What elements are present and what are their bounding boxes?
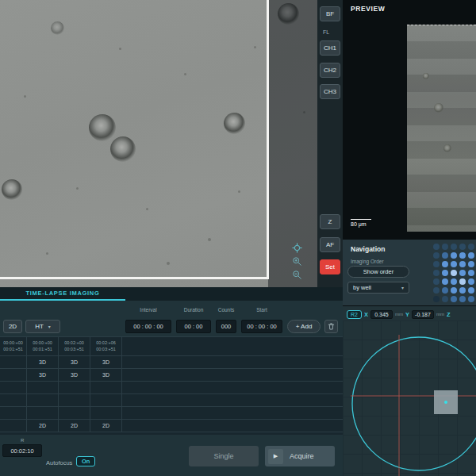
target-position-icon[interactable] [292,243,302,253]
well-dot[interactable] [459,244,466,250]
table-cell[interactable]: 2D [90,420,122,432]
region-badge[interactable]: R2 [347,310,362,319]
preview-image[interactable] [407,25,476,232]
live-image-area[interactable] [0,0,343,287]
add-button[interactable]: + Add [287,320,321,333]
table-cell[interactable]: 3D [59,356,90,369]
order-mode-select[interactable]: by well ▾ [347,282,409,294]
zoom-out-icon[interactable] [292,270,302,280]
mode-2d-button[interactable]: 2D [3,320,22,333]
timelapse-footer: R 00:02:10 Autofocus On Single ▶ Acquire [0,435,343,476]
well-dot[interactable] [468,261,474,267]
table-cell[interactable] [0,369,27,382]
y-value-field[interactable]: -0.187 [412,310,434,319]
table-cell-filler [122,356,343,369]
well-dot[interactable] [459,287,466,294]
autofocus-toggle[interactable]: On [76,456,95,466]
mode-select-value: HT [35,323,44,330]
table-cell[interactable] [27,407,59,420]
timelapse-table: 00:00:+0000:01:+5100:00:+0000:01:+5100:0… [0,336,343,435]
well-dot[interactable] [433,287,440,294]
well-dot[interactable] [459,296,466,302]
well-dot[interactable] [442,252,448,259]
zoom-in-icon[interactable] [292,256,302,267]
single-button[interactable]: Single [189,446,259,466]
table-cell[interactable] [59,394,90,407]
channel-ch3-button[interactable]: CH3 [320,84,340,99]
scale-bar: 80 μm [351,219,371,227]
table-cell[interactable] [0,382,27,394]
well-dot[interactable] [433,244,440,250]
well-dot[interactable] [468,296,474,302]
table-cell[interactable] [0,420,27,432]
table-cell[interactable]: 3D [27,356,59,369]
well-dot[interactable] [468,244,474,250]
table-cell[interactable] [90,407,122,420]
well-dot[interactable] [442,296,448,302]
table-cell[interactable] [27,394,59,407]
well-dot[interactable] [433,278,440,285]
well-dot[interactable] [433,252,440,259]
set-button[interactable]: Set [320,259,340,274]
table-cell[interactable]: 3D [59,369,90,382]
start-input[interactable]: 00 : 00 : 00 [241,320,282,333]
interval-input[interactable]: 00 : 00 : 00 [125,320,171,333]
z-button[interactable]: Z [320,214,340,229]
acquire-button[interactable]: ▶ Acquire [265,446,335,466]
table-header-filler [122,337,343,356]
tab-time-lapse-imaging[interactable]: TIME-LAPSE IMAGING [0,287,125,301]
well-dot[interactable] [468,252,474,259]
stage-map[interactable] [343,321,476,476]
well-dot[interactable] [451,278,457,285]
counts-label: Counts [216,307,236,313]
channel-ch1-button[interactable]: CH1 [320,40,340,56]
well-dot[interactable] [459,261,466,267]
well-dot[interactable] [451,287,457,294]
well-dot[interactable] [459,252,466,259]
well-dot[interactable] [433,261,440,267]
counts-input[interactable]: 000 [216,320,236,333]
well-dot[interactable] [433,296,440,302]
well-dot[interactable] [442,244,448,250]
table-cell[interactable]: 3D [90,356,122,369]
table-cell[interactable] [59,407,90,420]
table-cell[interactable] [27,382,59,394]
well-dot[interactable] [451,261,457,267]
show-order-button[interactable]: Show order [347,266,409,278]
table-cell[interactable] [0,356,27,369]
table-cell[interactable] [90,394,122,407]
delete-button[interactable] [324,320,338,333]
table-header-cell: 00:00:+0000:01:+51 [27,337,59,356]
well-dot[interactable] [442,287,448,294]
well-dot[interactable] [459,278,466,285]
af-button[interactable]: AF [320,237,340,252]
well-dot[interactable] [433,270,440,276]
channel-ch2-button[interactable]: CH2 [320,63,340,78]
table-cell[interactable] [59,382,90,394]
well-dot[interactable] [468,278,474,285]
table-cell[interactable] [0,407,27,420]
well-dot[interactable] [442,270,448,276]
well-dot[interactable] [442,261,448,267]
well-dot[interactable] [451,270,457,276]
duration-input[interactable]: 00 : 00 [176,320,211,333]
well-dot[interactable] [468,270,474,276]
x-value-field[interactable]: 0.345 [370,310,393,319]
table-cell[interactable]: 2D [27,420,59,432]
channel-bf-button[interactable]: BF [320,6,340,21]
mode-select[interactable]: HT ▾ [25,320,60,333]
table-cell[interactable] [0,394,27,407]
well-dot[interactable] [451,244,457,250]
well-dot[interactable] [468,287,474,294]
table-cell[interactable]: 3D [27,369,59,382]
well-dot[interactable] [451,252,457,259]
table-cell[interactable] [90,382,122,394]
table-cell[interactable]: 2D [59,420,90,432]
field-of-view-border [0,0,269,279]
elapsed-time-field[interactable]: 00:02:10 [2,444,42,457]
well-dot[interactable] [459,270,466,276]
table-cell[interactable]: 3D [90,369,122,382]
well-dot[interactable] [442,278,448,285]
well-dot[interactable] [451,296,457,302]
x-unit-label: mm [395,312,403,317]
